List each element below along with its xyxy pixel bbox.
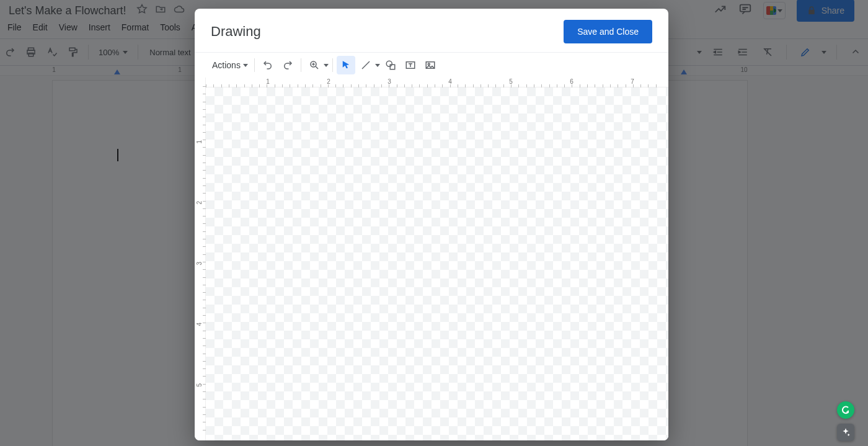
ruler-tick [203,163,206,163]
redo-button[interactable] [278,56,297,74]
ruler-tick [203,430,206,430]
ruler-tick [435,84,435,87]
ruler-mark: 2 [196,201,203,205]
ruler-mark: 5 [196,383,203,387]
grammarly-badge[interactable] [837,401,854,419]
ruler-tick [534,84,534,87]
actions-label: Actions [212,60,241,70]
drawing-canvas-area: 1 2 3 4 5 1 2 3 4 5 6 7 [195,78,668,440]
ruler-tick [203,269,206,270]
ruler-mark: 1 [196,140,203,144]
ruler-tick [203,407,206,408]
ruler-tick [203,102,206,102]
ruler-tick [473,84,474,87]
ruler-tick [557,84,557,87]
ruler-tick [321,84,321,87]
ruler-tick [458,84,458,87]
drawing-dialog: Drawing Save and Close Actions 1 2 3 [195,9,668,440]
ruler-mark: 4 [196,323,203,326]
ruler-tick [419,84,420,87]
ruler-tick [587,84,588,87]
ruler-tick [298,84,298,87]
ruler-tick [618,84,618,87]
ruler-tick [203,300,206,300]
ruler-tick [236,84,237,87]
ruler-tick [203,368,206,369]
ruler-tick [282,84,283,87]
ruler-tick [203,277,206,278]
ruler-tick [203,315,206,316]
ruler-tick [312,84,313,87]
ruler-tick [656,84,657,87]
ruler-tick [495,84,496,87]
ruler-tick [203,94,206,94]
ruler-tick [580,84,580,87]
ruler-tick [541,84,542,87]
ruler-tick [397,84,397,87]
ruler-tick [203,346,206,346]
ruler-tick [389,84,389,87]
ruler-tick [595,84,595,87]
textbox-tool-button[interactable] [401,56,420,74]
ruler-tick [351,84,352,87]
ruler-tick [259,84,260,87]
drawing-canvas[interactable] [206,87,668,440]
ruler-tick [203,292,206,293]
svg-point-6 [386,61,392,66]
ruler-tick [526,84,527,87]
ruler-tick [335,84,336,87]
image-tool-button[interactable] [421,56,440,74]
svg-point-10 [428,63,430,65]
ruler-tick [203,308,206,308]
zoom-tool[interactable] [305,56,329,74]
ruler-tick [203,140,206,140]
horizontal-ruler[interactable]: 1 2 3 4 5 6 7 [206,78,668,87]
undo-button[interactable] [259,56,277,74]
ruler-tick [203,185,206,186]
ruler-tick [203,201,206,202]
ruler-tick [290,84,290,87]
canvas-column: 1 2 3 4 5 6 7 [206,78,668,440]
explore-badge[interactable] [837,424,854,441]
ruler-tick [343,84,343,87]
ruler-tick [610,84,611,87]
ruler-tick [203,147,206,148]
vertical-ruler[interactable]: 1 2 3 4 5 [195,78,206,440]
ruler-tick [203,208,206,209]
shape-tool-button[interactable] [381,56,400,74]
ruler-tick [374,84,374,87]
ruler-tick [206,84,206,87]
line-tool-button[interactable] [356,56,380,74]
ruler-tick [450,84,451,87]
ruler-tick [203,193,206,194]
ruler-tick [442,84,443,87]
ruler-tick [381,84,382,87]
ruler-tick [603,84,603,87]
ruler-tick [203,262,206,262]
ruler-tick [252,84,252,87]
chevron-down-icon [243,64,248,67]
ruler-tick [203,155,206,156]
ruler-tick [564,84,565,87]
ruler-tick [640,84,641,87]
ruler-tick [203,132,206,133]
ruler-tick [518,84,519,87]
ruler-tick [203,285,206,285]
actions-menu[interactable]: Actions [210,60,250,70]
ruler-tick [572,84,572,87]
svg-rect-7 [390,65,395,69]
ruler-tick [412,84,412,87]
chevron-down-icon [324,64,329,67]
zoom-tool-icon [305,56,324,74]
select-tool-button[interactable] [337,56,355,74]
ruler-tick [511,84,512,87]
save-and-close-button[interactable]: Save and Close [564,20,652,43]
ruler-tick [480,84,481,87]
ruler-tick [203,178,206,179]
ruler-tick [549,84,550,87]
ruler-tick [203,414,206,415]
ruler-tick [244,84,245,87]
ruler-tick [488,84,489,87]
ruler-tick [213,84,214,87]
drawing-toolbar: Actions [195,53,668,78]
